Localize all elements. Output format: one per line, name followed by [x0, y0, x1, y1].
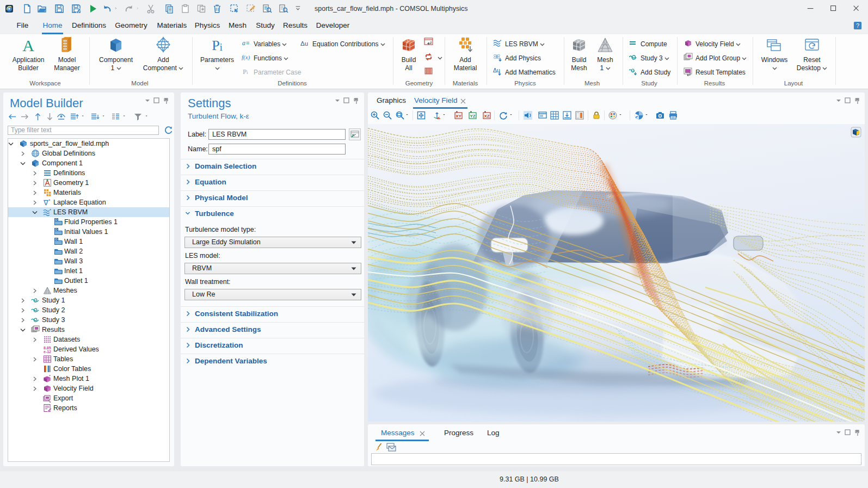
svg-text:*: *: [50, 208, 51, 213]
svg-text:f(x): f(x): [242, 54, 250, 61]
svg-text:XZ: XZ: [484, 114, 489, 119]
svg-text:D: D: [55, 228, 58, 231]
svg-text:?: ?: [856, 23, 859, 29]
svg-text:a: a: [242, 39, 245, 47]
svg-text:YZ: YZ: [470, 114, 475, 119]
svg-text:*: *: [500, 39, 502, 43]
svg-text:A: A: [22, 36, 34, 54]
svg-text:XY: XY: [455, 114, 461, 119]
svg-text:D: D: [55, 218, 58, 221]
svg-text:*: *: [49, 374, 51, 379]
svg-text:=: =: [246, 40, 249, 46]
svg-text:Pi: Pi: [243, 67, 248, 76]
svg-text:e-12: e-12: [44, 350, 51, 354]
svg-text:D: D: [55, 238, 58, 241]
svg-text:8.85: 8.85: [44, 346, 51, 350]
svg-text:*: *: [48, 198, 51, 203]
svg-text:Δu: Δu: [493, 67, 500, 73]
svg-text:∇: ∇: [43, 199, 48, 207]
svg-text:Δu: Δu: [300, 40, 308, 47]
svg-text:Pi: Pi: [212, 38, 222, 53]
